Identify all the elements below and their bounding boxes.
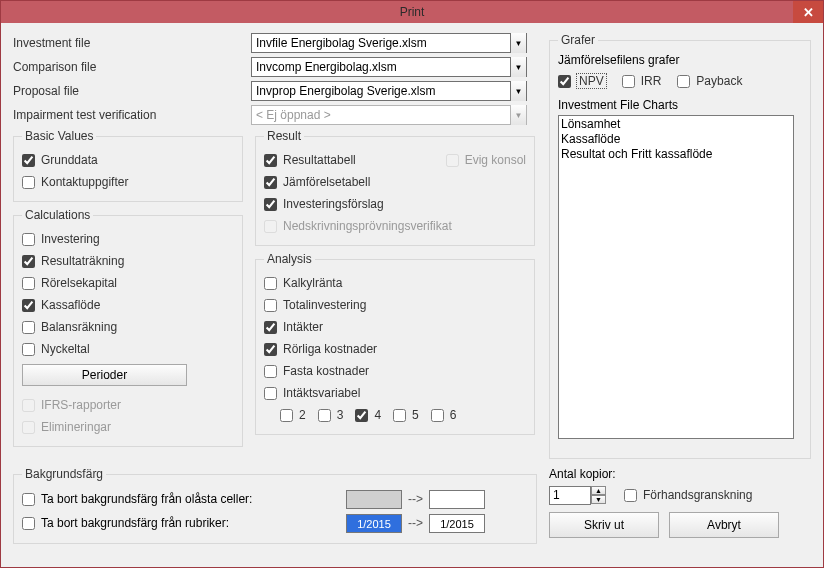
chk-nyckeltal[interactable] <box>22 343 35 356</box>
jamforelse-label: Jämförelsefilens grafer <box>558 53 802 67</box>
chk-rorelsekapital[interactable] <box>22 277 35 290</box>
lbl-evig-konsol: Evig konsol <box>465 153 526 167</box>
lbl-nyckeltal: Nyckeltal <box>41 342 90 356</box>
chevron-down-icon[interactable]: ▼ <box>510 81 526 101</box>
swatch-white <box>429 490 485 509</box>
lbl-totalinvestering: Totalinvestering <box>283 298 366 312</box>
investment-file-label: Investment file <box>13 36 251 50</box>
chk-investering[interactable] <box>22 233 35 246</box>
chk-totalinvestering[interactable] <box>264 299 277 312</box>
window-title: Print <box>400 5 425 19</box>
chk-n6[interactable] <box>431 409 444 422</box>
result-group: Result Resultattabell Evig konsol Jämför… <box>255 129 535 246</box>
print-dialog: Print ✕ Investment file Invfile Energibo… <box>0 0 824 568</box>
comparison-file-label: Comparison file <box>13 60 251 74</box>
spin-up-icon[interactable]: ▲ <box>591 486 606 495</box>
chk-rubriker[interactable] <box>22 517 35 530</box>
list-item[interactable]: Lönsamhet <box>561 117 791 132</box>
lbl-fasta: Fasta kostnader <box>283 364 369 378</box>
chk-jamforelsetabell[interactable] <box>264 176 277 189</box>
lbl-rubriker: Ta bort bakgrundsfärg från rubriker: <box>41 516 229 530</box>
chk-resultattabell[interactable] <box>264 154 277 167</box>
chk-olasta[interactable] <box>22 493 35 506</box>
bakgrundsfarg-group: Bakgrundsfärg Ta bort bakgrundsfärg från… <box>13 467 537 544</box>
chk-intakter[interactable] <box>264 321 277 334</box>
lbl-grunddata: Grunddata <box>41 153 98 167</box>
proposal-file-value: Invprop Energibolag Sverige.xlsm <box>256 84 435 98</box>
analysis-legend: Analysis <box>264 252 315 266</box>
arrow-icon: --> <box>408 516 423 530</box>
chk-ifrs <box>22 399 35 412</box>
chk-n5[interactable] <box>393 409 406 422</box>
grafer-legend: Grafer <box>558 33 598 47</box>
lbl-kontaktuppgifter: Kontaktuppgifter <box>41 175 128 189</box>
lbl-preview: Förhandsgranskning <box>643 488 752 502</box>
lbl-resultatrakning: Resultaträkning <box>41 254 124 268</box>
lbl-n2: 2 <box>299 408 306 422</box>
chk-fasta[interactable] <box>264 365 277 378</box>
avbryt-button[interactable]: Avbryt <box>669 512 779 538</box>
swatch-blue: 1/2015 <box>346 514 402 533</box>
chk-kalkylranta[interactable] <box>264 277 277 290</box>
lbl-resultattabell: Resultattabell <box>283 153 356 167</box>
chk-n3[interactable] <box>318 409 331 422</box>
perioder-button[interactable]: Perioder <box>22 364 187 386</box>
investment-file-combo[interactable]: Invfile Energibolag Sverige.xlsm ▼ <box>251 33 527 53</box>
list-item[interactable]: Resultat och Fritt kassaflöde <box>561 147 791 162</box>
arrow-icon: --> <box>408 492 423 506</box>
lbl-kalkylranta: Kalkylränta <box>283 276 342 290</box>
chk-npv[interactable] <box>558 75 571 88</box>
chk-grunddata[interactable] <box>22 154 35 167</box>
lbl-investering: Investering <box>41 232 100 246</box>
lbl-npv: NPV <box>577 74 606 88</box>
chk-n2[interactable] <box>280 409 293 422</box>
impairment-value: < Ej öppnad > <box>256 108 331 122</box>
swatch-white-date: 1/2015 <box>429 514 485 533</box>
proposal-file-label: Proposal file <box>13 84 251 98</box>
proposal-file-combo[interactable]: Invprop Energibolag Sverige.xlsm ▼ <box>251 81 527 101</box>
chk-balansrakning[interactable] <box>22 321 35 334</box>
chk-intaktsvariabel[interactable] <box>264 387 277 400</box>
chk-rorliga[interactable] <box>264 343 277 356</box>
result-legend: Result <box>264 129 304 143</box>
comparison-file-combo[interactable]: Invcomp Energibolag.xlsm ▼ <box>251 57 527 77</box>
chk-kontaktuppgifter[interactable] <box>22 176 35 189</box>
bakgrundsfarg-legend: Bakgrundsfärg <box>22 467 106 481</box>
chevron-down-icon[interactable]: ▼ <box>510 33 526 53</box>
lbl-n6: 6 <box>450 408 457 422</box>
lbl-rorliga: Rörliga kostnader <box>283 342 377 356</box>
close-button[interactable]: ✕ <box>793 1 823 23</box>
lbl-nedskrivning: Nedskrivningsprövningsverifikat <box>283 219 452 233</box>
chk-preview[interactable] <box>624 489 637 502</box>
lbl-rorelsekapital: Rörelsekapital <box>41 276 117 290</box>
chevron-down-icon: ▼ <box>510 105 526 125</box>
lbl-n4: 4 <box>374 408 381 422</box>
impairment-combo: < Ej öppnad > ▼ <box>251 105 527 125</box>
chk-kassaflode[interactable] <box>22 299 35 312</box>
chk-evig-konsol <box>446 154 459 167</box>
chk-irr[interactable] <box>622 75 635 88</box>
charts-list-label: Investment File Charts <box>558 98 802 112</box>
copies-label: Antal kopior: <box>549 467 811 481</box>
chk-n4[interactable] <box>355 409 368 422</box>
lbl-intakter: Intäkter <box>283 320 323 334</box>
chk-payback[interactable] <box>677 75 690 88</box>
chk-nedskrivning <box>264 220 277 233</box>
investment-file-value: Invfile Energibolag Sverige.xlsm <box>256 36 427 50</box>
charts-listbox[interactable]: Lönsamhet Kassaflöde Resultat och Fritt … <box>558 115 794 439</box>
copies-input[interactable] <box>549 486 591 505</box>
skriv-ut-button[interactable]: Skriv ut <box>549 512 659 538</box>
chk-elimineringar <box>22 421 35 434</box>
chk-investeringsforslag[interactable] <box>264 198 277 211</box>
copies-spin[interactable]: ▲ ▼ <box>549 486 606 505</box>
spin-down-icon[interactable]: ▼ <box>591 495 606 504</box>
chk-resultatrakning[interactable] <box>22 255 35 268</box>
lbl-investeringsforslag: Investeringsförslag <box>283 197 384 211</box>
lbl-balansrakning: Balansräkning <box>41 320 117 334</box>
basic-values-group: Basic Values Grunddata Kontaktuppgifter <box>13 129 243 202</box>
list-item[interactable]: Kassaflöde <box>561 132 791 147</box>
content: Investment file Invfile Energibolag Sver… <box>1 23 823 567</box>
chevron-down-icon[interactable]: ▼ <box>510 57 526 77</box>
lbl-olasta: Ta bort bakgrundsfärg från olåsta celler… <box>41 492 252 506</box>
lbl-intaktsvariabel: Intäktsvariabel <box>283 386 360 400</box>
